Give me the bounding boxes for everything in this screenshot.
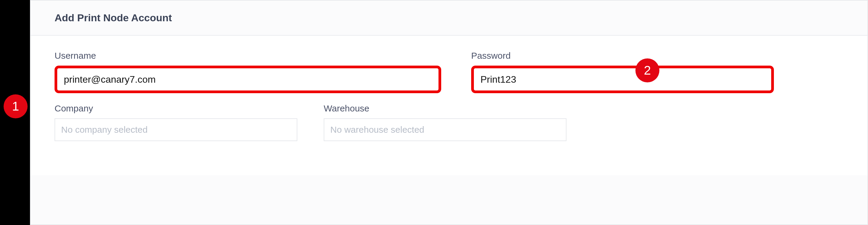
- company-select-placeholder: No company selected: [61, 125, 148, 135]
- username-field-group: Username: [55, 51, 441, 93]
- row-credentials: Username Password: [55, 51, 843, 93]
- password-field-group: Password: [471, 51, 774, 93]
- password-label: Password: [471, 51, 774, 61]
- warehouse-select-placeholder: No warehouse selected: [330, 125, 425, 135]
- panel-header: Add Print Node Account: [31, 1, 867, 36]
- company-select[interactable]: No company selected: [55, 118, 297, 141]
- company-label: Company: [55, 103, 297, 114]
- username-input[interactable]: [55, 66, 441, 93]
- annotation-badge-1: 1: [4, 94, 28, 118]
- panel-body: Username Password Company No company sel…: [31, 36, 867, 175]
- annotation-badge-2: 2: [636, 58, 659, 83]
- password-input[interactable]: [471, 66, 774, 93]
- username-label: Username: [55, 51, 441, 61]
- warehouse-field-group: Warehouse No warehouse selected: [324, 103, 566, 141]
- panel-title: Add Print Node Account: [55, 12, 843, 24]
- row-company-warehouse: Company No company selected Warehouse No…: [55, 103, 843, 141]
- warehouse-select[interactable]: No warehouse selected: [324, 118, 566, 141]
- warehouse-label: Warehouse: [324, 103, 566, 114]
- add-print-node-panel: Add Print Node Account Username Password…: [30, 0, 868, 225]
- company-field-group: Company No company selected: [55, 103, 297, 141]
